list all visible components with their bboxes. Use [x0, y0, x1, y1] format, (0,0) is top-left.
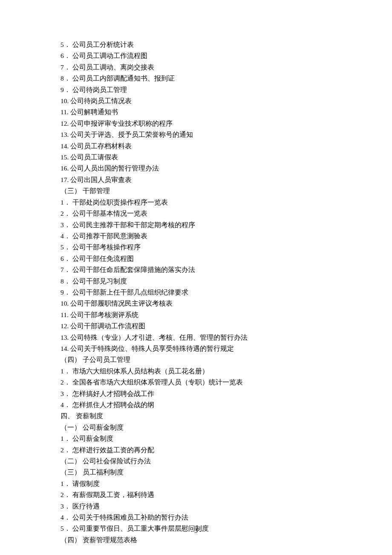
document-page: 5． 公司员工分析统计表6． 公司员工调动工作流程图7． 公司员工调动、离岗交接…: [0, 0, 392, 555]
document-line: 7． 公司员工调动、离岗交接表: [61, 62, 331, 73]
document-line: 11. 公司解聘通知书: [61, 107, 331, 118]
document-line: 16. 公司人员出国的暂行管理办法: [61, 163, 331, 174]
document-line: 四、 资薪制度: [61, 410, 331, 422]
document-line: （三） 干部管理: [61, 185, 331, 197]
document-line: 2． 有薪假期及工资，福利待遇: [61, 489, 331, 500]
document-line: 9． 公司干部新上任干部几点组织纪律要求: [61, 287, 331, 298]
document-line: （三） 员工福利制度: [61, 467, 331, 478]
document-line: 12. 公司干部调动工作流程图: [61, 321, 331, 332]
document-line: 3． 医疗待遇: [61, 501, 331, 512]
document-line: 10. 公司干部履职情况民主评议考核表: [61, 298, 331, 309]
document-line: 14. 公司员工存档材料表: [61, 141, 331, 152]
document-line: 2． 公司干部基本情况一览表: [61, 208, 331, 219]
document-line: 5． 公司干部考核操作程序: [61, 242, 331, 253]
document-line: 12. 公司申报评审专业技术职称的程序: [61, 118, 331, 129]
document-line: 3． 公司民主推荐干部和干部定期考核的程序: [61, 220, 331, 231]
document-line: （四） 子公司员工管理: [61, 354, 331, 365]
document-line: 11. 公司干部考核测评系统: [61, 309, 331, 321]
document-line: 1． 请假制度: [61, 478, 331, 489]
document-line: （二） 公司社会保险试行办法: [61, 456, 331, 467]
document-line: 9． 公司待岗员工管理: [61, 84, 331, 95]
document-line: 13. 公司特殊（专业）人才引进、考核、任用、管理的暂行办法: [61, 332, 331, 343]
document-line: （一） 公司薪金制度: [61, 422, 331, 433]
document-line: 4． 公司推荐干部民意测验表: [61, 231, 331, 242]
document-line: 15. 公司员工请假表: [61, 152, 331, 163]
document-line: 10. 公司待岗员工情况表: [61, 95, 331, 107]
document-line: 2． 怎样进行效益工资的再分配: [61, 445, 331, 456]
document-line: 6． 公司干部任免流程图: [61, 253, 331, 264]
document-line: 4． 怎样抓住人才招聘会战的纲: [61, 399, 331, 410]
document-line: 7． 公司干部任命后配套保障措施的落实办法: [61, 264, 331, 275]
document-line: 6． 公司员工调动工作流程图: [61, 50, 331, 61]
document-line: 3． 怎样搞好人才招聘会战工作: [61, 388, 331, 399]
document-line: 4． 公司关于特殊困难员工补助的暂行办法: [61, 512, 331, 523]
document-line: 1． 市场六大组织体系人员结构表（员工花名册）: [61, 366, 331, 377]
document-line: 5． 公司员工分析统计表: [61, 39, 331, 50]
document-line: 1． 干部处岗位职责操作程序一览表: [61, 197, 331, 208]
document-line: 14. 公司关于特殊岗位、特殊人员享受特殊待遇的暂行规定: [61, 343, 331, 354]
document-line: 8． 公司员工内部调配通知书、报到证: [61, 73, 331, 84]
document-line: 8． 公司干部见习制度: [61, 276, 331, 287]
document-line: （四） 资薪管理规范表格: [61, 535, 331, 546]
document-line: 2． 全国各省市场六大组织体系管理人员（专职）统计一览表: [61, 377, 331, 388]
document-line: 13. 公司关于评选、授予员工荣誉称号的通知: [61, 129, 331, 140]
document-content: 5． 公司员工分析统计表6． 公司员工调动工作流程图7． 公司员工调动、离岗交接…: [61, 39, 331, 546]
document-line: 17. 公司出国人员审查表: [61, 174, 331, 185]
page-number: - 3 -: [0, 527, 392, 535]
document-line: 1． 公司薪金制度: [61, 433, 331, 444]
